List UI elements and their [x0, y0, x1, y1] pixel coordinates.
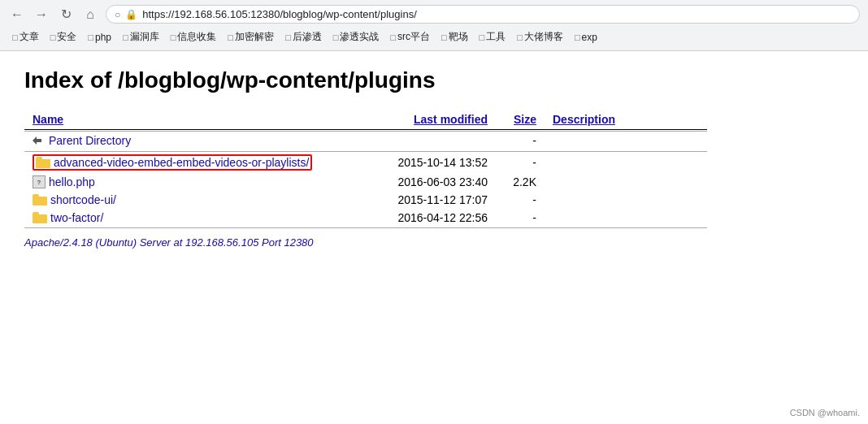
- bookmark-item[interactable]: □php: [84, 30, 115, 45]
- col-name: ?hello.php: [24, 173, 366, 191]
- col-description: [545, 209, 707, 227]
- col-description: [545, 191, 707, 209]
- col-description: [545, 173, 707, 191]
- table-row: advanced-video-embed-embed-videos-or-pla…: [24, 151, 707, 173]
- table-row: shortcode-ui/ 2015-11-12 17:07 -: [24, 191, 707, 209]
- home-button[interactable]: ⌂: [81, 6, 99, 24]
- dir-link[interactable]: advanced-video-embed-embed-videos-or-pla…: [54, 156, 309, 169]
- sort-desc-link[interactable]: Description: [553, 113, 615, 126]
- bookmark-item[interactable]: □大佬博客: [513, 28, 567, 45]
- col-name: Parent Directory: [24, 132, 366, 149]
- bookmark-folder-icon: □: [441, 32, 447, 42]
- bookmark-item[interactable]: □文章: [8, 28, 43, 45]
- col-modified: 2015-10-14 13:52: [366, 151, 496, 173]
- bookmark-folder-icon: □: [228, 32, 233, 42]
- nav-bar: ← → ↻ ⌂ ○ 🔒 https://192.168.56.105:12380…: [8, 5, 860, 24]
- refresh-button[interactable]: ↻: [57, 6, 75, 24]
- col-size: 2.2K: [496, 173, 545, 191]
- bookmark-folder-icon: □: [88, 32, 93, 42]
- bookmark-item[interactable]: □exp: [571, 30, 601, 45]
- bookmark-folder-icon: □: [517, 32, 523, 42]
- dir-link[interactable]: shortcode-ui/: [50, 193, 116, 206]
- table-row: two-factor/ 2016-04-12 22:56 -: [24, 209, 707, 227]
- table-row: ?hello.php 2016-06-03 23:40 2.2K: [24, 173, 707, 191]
- col-size: -: [496, 151, 545, 173]
- col-name: two-factor/: [24, 209, 366, 227]
- col-modified: [366, 132, 496, 150]
- lock-icon: 🔒: [125, 9, 137, 20]
- page-content: Index of /blogblog/wp-content/plugins Na…: [0, 51, 731, 265]
- bookmark-item[interactable]: □靶场: [437, 28, 472, 45]
- bookmark-folder-icon: □: [480, 32, 485, 42]
- col-modified: 2016-06-03 23:40: [366, 173, 496, 191]
- bookmark-folder-icon: □: [575, 32, 580, 42]
- col-size: -: [496, 209, 545, 227]
- col-description: [545, 132, 707, 150]
- url-text: https://192.168.56.105:12380/blogblog/wp…: [142, 8, 851, 20]
- bookmark-item[interactable]: □渗透实战: [329, 28, 384, 45]
- bookmark-item[interactable]: □工具: [475, 28, 510, 45]
- browser-chrome: ← → ↻ ⌂ ○ 🔒 https://192.168.56.105:12380…: [0, 0, 868, 51]
- address-bar[interactable]: ○ 🔒 https://192.168.56.105:12380/blogblo…: [106, 5, 860, 24]
- sort-modified-link[interactable]: Last modified: [414, 113, 488, 126]
- col-name: shortcode-ui/: [24, 191, 366, 209]
- bookmark-folder-icon: □: [12, 32, 18, 42]
- svg-marker-0: [33, 136, 41, 145]
- col-header-modified: Last modified: [366, 110, 496, 130]
- col-size: -: [496, 132, 545, 150]
- page-title: Index of /blogblog/wp-content/plugins: [24, 67, 707, 93]
- bookmark-folder-icon: □: [50, 32, 56, 42]
- back-button[interactable]: ←: [8, 6, 26, 24]
- bookmarks-bar: □文章□安全□php□漏洞库□信息收集□加密解密□后渗透□渗透实战□src平台□…: [8, 28, 860, 45]
- sort-size-link[interactable]: Size: [514, 113, 536, 126]
- folder-icon: [33, 194, 47, 206]
- col-name: advanced-video-embed-embed-videos-or-pla…: [24, 152, 366, 173]
- server-info: Apache/2.4.18 (Ubuntu) Server at 192.168…: [24, 236, 707, 249]
- table-row: Parent Directory -: [24, 132, 707, 150]
- dir-link[interactable]: Parent Directory: [49, 134, 131, 147]
- col-description: [545, 151, 707, 173]
- col-header-size: Size: [496, 110, 545, 130]
- folder-icon: [36, 157, 50, 168]
- sort-name-link[interactable]: Name: [33, 113, 63, 126]
- forward-button[interactable]: →: [33, 6, 50, 24]
- bookmark-item[interactable]: □加密解密: [224, 28, 278, 45]
- dir-link[interactable]: hello.php: [49, 175, 95, 188]
- bookmark-item[interactable]: □后渗透: [281, 28, 326, 45]
- bookmark-folder-icon: □: [123, 32, 128, 42]
- bookmark-folder-icon: □: [333, 32, 339, 42]
- bookmark-folder-icon: □: [390, 32, 396, 42]
- bookmark-folder-icon: □: [171, 32, 176, 42]
- col-header-description: Description: [545, 110, 707, 130]
- bookmark-item[interactable]: □src平台: [386, 28, 434, 45]
- file-icon: ?: [33, 175, 46, 188]
- dir-link[interactable]: two-factor/: [50, 211, 103, 224]
- bookmark-item[interactable]: □安全: [46, 28, 81, 45]
- parent-dir-icon: [33, 135, 46, 146]
- folder-icon: [33, 212, 47, 223]
- directory-table: Name Last modified Size Description Pare…: [24, 110, 707, 228]
- col-modified: 2016-04-12 22:56: [366, 209, 496, 227]
- bookmark-folder-icon: □: [285, 32, 291, 42]
- col-modified: 2015-11-12 17:07: [366, 191, 496, 209]
- bookmark-item[interactable]: □漏洞库: [119, 28, 163, 45]
- col-size: -: [496, 191, 545, 209]
- bookmark-item[interactable]: □信息收集: [167, 28, 221, 45]
- col-header-name: Name: [24, 110, 366, 130]
- security-icon: ○: [115, 9, 120, 20]
